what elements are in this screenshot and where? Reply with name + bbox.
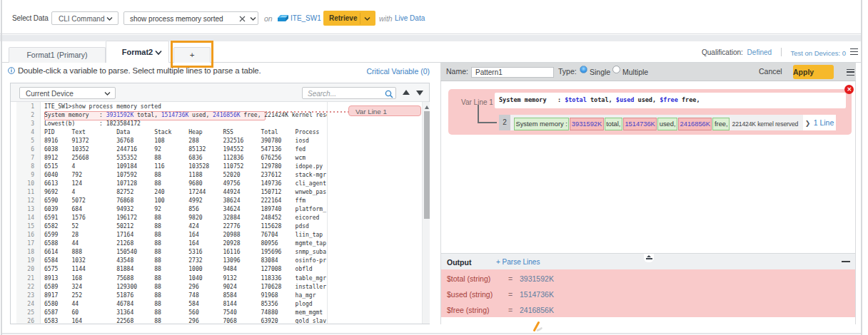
command-value: show process memory sorted — [130, 15, 223, 23]
terminal-line[interactable]: 6588 44 21268 88 164 20928 80956 mgmte_t… — [44, 239, 326, 248]
command-combobox[interactable]: show process memory sorted — [123, 11, 258, 25]
prev-match-button[interactable] — [403, 90, 410, 95]
terminal-line[interactable]: 6587 60 31364 88 560 7540 74880 mem_mgmt — [44, 309, 323, 317]
data-type-select[interactable]: CLI Command — [51, 11, 118, 25]
parse-lines-button[interactable]: + Parse Lines — [496, 258, 540, 266]
retrieve-button[interactable]: Retrieve — [323, 11, 375, 26]
match-segment-plain[interactable]: 221424K kernel reserved — [730, 118, 800, 130]
match-segment-var[interactable]: 3931592K — [570, 118, 603, 130]
terminal-line[interactable]: 6582 52 50212 88 424 22776 115628 pdsd — [44, 222, 309, 231]
terminal-line[interactable]: PID Text Data Stack Heap RSS Total Proce… — [44, 128, 319, 137]
terminal-line[interactable]: 8917 252 51876 88 748 8584 91968 ha_mgr — [44, 292, 316, 300]
scrollbar-thumb[interactable] — [424, 111, 430, 219]
search-input[interactable]: Search... — [302, 87, 396, 100]
qualification-value-link[interactable]: Defined — [747, 48, 772, 56]
name-label: Name: — [446, 67, 468, 76]
terminal-scrollbar[interactable] — [422, 102, 430, 324]
match-segment-lit[interactable]: System memory : — [514, 118, 569, 130]
expand-lines-label: 1 Line — [814, 118, 834, 127]
line-number: 18 — [27, 248, 34, 257]
pattern-panel-body: ✕ Var Line 1 System memory : $total tota… — [440, 81, 856, 324]
line-number: 25 — [27, 309, 34, 317]
terminal-line[interactable]: ITE_SW1>show process memory sorted — [44, 103, 161, 111]
terminal-line[interactable]: 6515 4 109184 116 103528 110752 129780 i… — [44, 163, 323, 171]
critical-variable-link[interactable]: Critical Variable (0) — [328, 67, 430, 76]
terminal-line[interactable]: 6591 1576 196172 88 9820 32884 248452 ei… — [44, 214, 319, 222]
output-var-name: $used (string) — [447, 290, 493, 299]
x-glyph: ✕ — [847, 86, 852, 93]
terminal-line[interactable]: 6613 124 107128 88 9680 49756 149736 cli… — [44, 180, 326, 188]
line-number: 26 — [27, 317, 34, 326]
line-number: 22 — [27, 283, 34, 292]
terminal-line[interactable]: 6583 164 22568 88 296 7068 63920 gold_sl… — [44, 317, 326, 324]
collapse-handle-icon[interactable] — [644, 254, 654, 262]
radio-multiple[interactable] — [612, 66, 620, 73]
radio-single[interactable] — [580, 66, 587, 73]
minimize-icon[interactable] — [842, 261, 850, 262]
cancel-button[interactable]: Cancel — [759, 67, 782, 76]
match-segment-lit[interactable]: total, — [605, 118, 622, 130]
terminal-line[interactable]: 6590 5072 76868 100 4992 38624 222164 ff… — [44, 197, 306, 205]
device-filter-select[interactable]: Current Device — [19, 87, 116, 100]
chevron-down-icon[interactable] — [155, 50, 162, 56]
chevron-down-icon[interactable] — [250, 16, 256, 21]
terminal-line[interactable]: 6575 1144 81884 88 1000 9484 127008 obfl… — [44, 265, 313, 274]
data-type-value: CLI Command — [59, 15, 104, 23]
match-segment-lit[interactable]: used, — [657, 118, 677, 130]
terminal-line[interactable]: 6580 44 46784 88 584 8144 85356 plogd — [44, 300, 313, 309]
terminal-line[interactable]: 9692 4 82752 240 17244 44924 150712 wnwe… — [44, 188, 326, 197]
matched-line-content: System memory :3931592Ktotal,1514736Kuse… — [510, 115, 803, 130]
match-segment-var[interactable]: 2416856K — [678, 118, 712, 130]
output-values-area: $total (string)=3931592K$used (string)=1… — [441, 269, 855, 317]
pattern-name-input[interactable]: Pattern1 — [471, 67, 554, 78]
var-connector-line — [266, 111, 349, 113]
apply-button[interactable]: Apply — [793, 65, 834, 79]
line-number: 13 — [27, 205, 34, 214]
line-number: 20 — [27, 265, 34, 274]
var-line-badge-label: Var Line 1 — [355, 108, 387, 115]
scroll-up-arrow[interactable] — [425, 105, 429, 109]
hint-text: Double-click a variable to parse. Select… — [18, 66, 261, 75]
search-icon[interactable] — [385, 90, 393, 98]
device-name-link[interactable]: ITE_SW1 — [291, 14, 321, 22]
test-on-devices-link[interactable]: Test on Devices: 0 — [790, 49, 846, 57]
close-icon[interactable]: ✕ — [844, 85, 854, 94]
tab-format1[interactable]: Format1 (Primary) — [9, 47, 106, 63]
terminal-line[interactable]: 6589 324 129300 88 296 9024 170628 insta… — [44, 283, 326, 292]
terminal-line[interactable]: 6038 10352 244716 92 85132 194552 547136… — [44, 145, 306, 154]
terminal-line[interactable]: 8913 168 75688 88 1040 9132 118336 table… — [44, 274, 326, 283]
var-line-badge[interactable]: Var Line 1 — [348, 105, 421, 116]
tab-format2[interactable]: Format2 — [106, 41, 169, 63]
output-row: $used (string)=1514736K — [447, 290, 493, 300]
chevron-down-icon — [106, 16, 113, 21]
tab-format2-label: Format2 — [122, 48, 153, 56]
terminal-line[interactable]: 6584 1032 43548 88 2732 13096 83084 osin… — [44, 257, 326, 265]
terminal-output[interactable]: ITE_SW1>show process memory sortedSystem… — [41, 102, 327, 324]
match-segment-lit[interactable]: free, — [712, 118, 730, 130]
next-match-button[interactable] — [416, 91, 423, 96]
terminal-line[interactable]: 8912 25668 535352 88 6836 112836 676256 … — [44, 154, 306, 163]
pattern-name-value: Pattern1 — [475, 68, 503, 76]
expand-lines-button[interactable]: ❯ 1 Line — [803, 115, 836, 130]
line-number: 2 — [31, 111, 34, 120]
info-icon — [8, 67, 15, 74]
terminal-line[interactable]: 8916 91372 36768 108 288 232516 390780 i… — [44, 137, 309, 145]
connector-vertical — [478, 105, 479, 123]
terminal-line[interactable]: 6039 684 94932 92 856 34624 189740 platf… — [44, 205, 326, 214]
pattern-menu-icon[interactable] — [847, 69, 854, 76]
terminal-line[interactable]: Lowest(b) : 1823584172 — [44, 120, 141, 128]
line-number: 24 — [27, 300, 34, 309]
output-var-name: $total (string) — [447, 274, 490, 283]
pattern-input[interactable]: System memory : $total total, $used used… — [495, 93, 846, 108]
output-header-bar: Output + Parse Lines — [441, 253, 855, 269]
clear-icon[interactable] — [239, 16, 246, 22]
terminal-line[interactable]: 6614 888 150540 88 5316 16116 195696 snm… — [44, 248, 326, 257]
terminal-line[interactable]: 6599 28 17164 88 164 20988 76704 liin_ta… — [44, 231, 323, 239]
match-segment-var[interactable]: 1514736K — [623, 118, 657, 130]
chevron-down-icon[interactable] — [364, 16, 370, 21]
live-data-link[interactable]: Live Data — [395, 14, 425, 22]
code-area-border — [327, 102, 328, 324]
output-row: $free (string)=2416856K — [447, 306, 490, 316]
terminal-line[interactable]: 6040 792 107592 88 1188 52020 237612 sta… — [44, 171, 326, 180]
menu-icon[interactable] — [850, 48, 858, 55]
